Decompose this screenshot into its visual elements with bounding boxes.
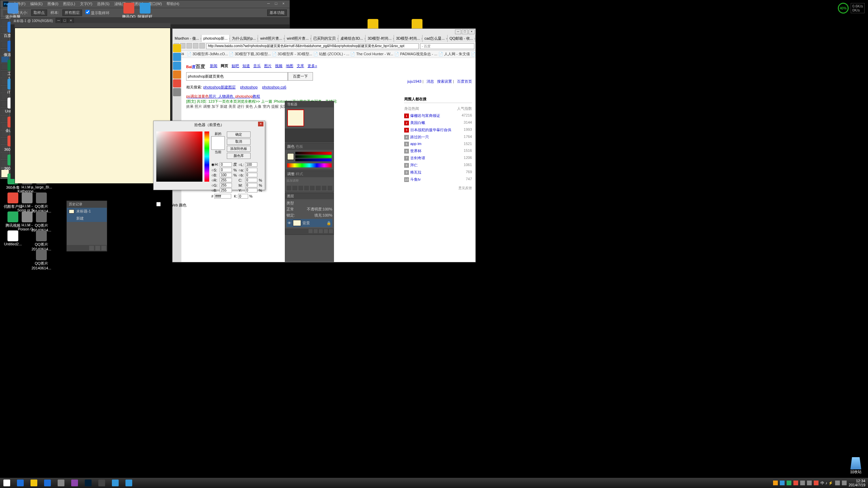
desktop-icon[interactable]: QQ图片20140614...	[31, 230, 52, 251]
cp-title[interactable]: 拾色器（前景色）×	[154, 121, 265, 129]
desktop-icon[interactable]: Untitled2...	[3, 230, 23, 246]
menu-type[interactable]: 文字(Y)	[80, 1, 93, 7]
g-radio[interactable]: ○G:	[211, 183, 218, 187]
browser-tab[interactable]: win8照片查...×	[258, 35, 284, 42]
history-new-icon[interactable]	[95, 246, 100, 250]
tb-app3[interactable]	[122, 478, 136, 488]
hot-item[interactable]: 10斗鱼tv747	[404, 176, 472, 183]
bookmark-link[interactable]: 📄 3D模型库 - 3D模型...	[271, 52, 312, 56]
msg-link[interactable]: 消息	[427, 79, 434, 83]
browser-tab[interactable]: win8照片查...×	[285, 35, 311, 42]
hot-item[interactable]: 5app im1521	[404, 141, 472, 147]
maximize-icon[interactable]: □	[462, 29, 468, 34]
related-link[interactable]: photoshop新建图层	[203, 85, 235, 89]
adj-icon[interactable]	[287, 186, 291, 190]
hot-item[interactable]: 9格瓦拉769	[404, 169, 472, 176]
nav-link[interactable]: 贴吧	[232, 63, 239, 68]
rss-icon[interactable]	[173, 70, 181, 79]
c-input[interactable]	[245, 178, 257, 182]
history-step[interactable]: 新建	[67, 215, 107, 222]
y-input[interactable]	[245, 188, 257, 192]
browser-tab[interactable]: 为什么我的p...×	[230, 35, 258, 42]
hot-item[interactable]: 8拜仁1061	[404, 162, 472, 169]
mask-icon[interactable]	[314, 229, 318, 233]
history-panel[interactable]: 历史记录 未标题-1 新建	[66, 201, 107, 251]
sample-select[interactable]: 所有图层	[62, 9, 82, 16]
related-link[interactable]: photoshop cs6	[262, 85, 287, 89]
hot-item[interactable]: 6世界杯1516	[404, 147, 472, 155]
k-input[interactable]	[238, 194, 248, 199]
hue-slider[interactable]	[204, 131, 210, 182]
ime-icon[interactable]	[814, 481, 818, 485]
close-icon[interactable]: ×	[469, 29, 475, 34]
close-icon[interactable]: ×	[280, 1, 287, 6]
tray-icon[interactable]	[780, 481, 785, 485]
nav-link[interactable]: 地图	[286, 63, 293, 68]
tray-icon[interactable]	[807, 481, 812, 485]
browser-tab[interactable]: 桌椅组合3D...×	[338, 35, 366, 42]
home-link[interactable]: 百度首页	[457, 79, 472, 83]
result-title[interactable]: ps调出淡黄色照片_人物调色_photoshop教程	[186, 93, 260, 99]
history-snapshot[interactable]: 未标题-1	[67, 208, 107, 215]
hex-input[interactable]	[214, 194, 231, 199]
h-radio[interactable]: ◉H:	[211, 162, 218, 167]
folder-icon[interactable]	[319, 229, 323, 233]
weibo-icon[interactable]	[173, 79, 181, 87]
r-input[interactable]	[220, 178, 232, 182]
adj-icon[interactable]	[292, 186, 297, 190]
home-icon[interactable]	[193, 43, 198, 48]
cancel-button[interactable]: 取消	[227, 139, 251, 145]
hot-item[interactable]: 2美国白蛾3144	[404, 119, 472, 126]
search-button[interactable]: 百度一下	[288, 72, 313, 81]
show-ring-checkbox[interactable]: 显示取样环	[85, 10, 110, 16]
adjustments-panel[interactable]: 调整 样式 添加调整	[285, 170, 334, 192]
add-swatch-button[interactable]: 添加到色板	[227, 146, 251, 152]
menu-image[interactable]: 图像(I)	[47, 1, 58, 7]
color-ramp[interactable]	[287, 163, 332, 167]
l-radio[interactable]: ○L:	[238, 163, 244, 167]
tb-winrar[interactable]	[68, 478, 81, 488]
h-input[interactable]	[220, 162, 232, 167]
tb-explorer[interactable]	[27, 478, 41, 488]
r-slider[interactable]	[295, 152, 332, 155]
color-field[interactable]	[156, 131, 202, 182]
a-radio[interactable]: ○a:	[238, 168, 244, 172]
b-radio[interactable]: ○B:	[211, 173, 218, 177]
browser-tab[interactable]: photoshop新...×	[201, 35, 230, 42]
eye-icon[interactable]: 👁	[288, 221, 292, 225]
close-icon[interactable]: ×	[258, 122, 263, 126]
desktop-icon[interactable]: QQ图片20140614...	[31, 211, 52, 232]
fx-icon[interactable]	[309, 229, 313, 233]
browser-search[interactable]	[420, 43, 474, 49]
tb-settings[interactable]	[95, 478, 108, 488]
browser-tab[interactable]: 3D模型-时尚...×	[366, 35, 394, 42]
adj-icon[interactable]	[310, 186, 315, 190]
g-input[interactable]	[220, 183, 232, 187]
bookmark-link[interactable]: 📄 人人网 - 朱文倩	[437, 52, 470, 56]
sample-size-select[interactable]: 取样点	[31, 9, 47, 16]
search-input[interactable]	[186, 72, 288, 81]
bookmark-link[interactable]: 📄 3D模型下载,3D模型...	[228, 52, 271, 56]
menu-help[interactable]: 帮助(H)	[166, 1, 179, 7]
layers-panel[interactable]: 图层 类型 正常不透明度:100% 锁定:填充:100% 👁 背景 🔒	[285, 193, 334, 235]
browser-tab[interactable]: Maxthon - 傲...×	[173, 35, 201, 42]
nav-link[interactable]: 音乐	[253, 63, 261, 68]
bookmark-link[interactable]: 📄 我的首页 | 开心网	[470, 52, 475, 56]
baidu-logo[interactable]: Bai度百度	[186, 61, 205, 70]
web-only-checkbox[interactable]: 只有 Web 颜色	[156, 203, 186, 207]
s-radio[interactable]: ○S:	[211, 168, 218, 172]
color-fg[interactable]	[287, 153, 294, 160]
nav-link[interactable]: 图片	[264, 63, 272, 68]
browser-tab[interactable]: QQ邮箱 - 收...×	[448, 35, 475, 42]
nav-link[interactable]: 知道	[242, 63, 250, 68]
bookmark-link[interactable]: 📄 The Cool Hunter - W...	[349, 52, 393, 56]
bb-radio[interactable]: ○B:	[211, 188, 218, 192]
hot-item[interactable]: 1爆棚岩与富商领证47216	[404, 112, 472, 119]
ime-text[interactable]: 中 ♪ ⚡	[821, 481, 833, 486]
color-lib-button[interactable]: 颜色库	[227, 153, 251, 159]
l-input[interactable]	[245, 162, 257, 167]
hot-item[interactable]: 4路过的一只1764	[404, 134, 472, 141]
stop-icon[interactable]	[199, 43, 205, 48]
hot-item[interactable]: 3日本战犯的援华暴行自供1993	[404, 126, 472, 134]
tb-ie[interactable]	[14, 478, 27, 488]
